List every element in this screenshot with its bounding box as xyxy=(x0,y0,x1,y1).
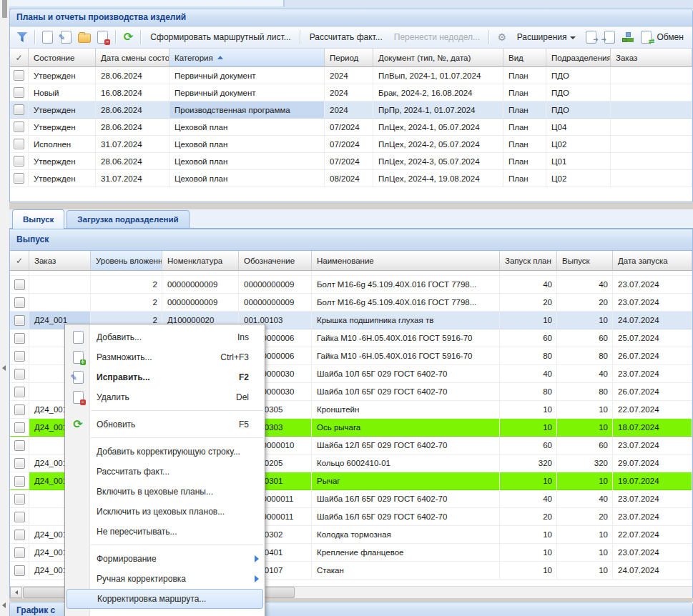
column-header[interactable]: Наименование xyxy=(312,251,500,271)
grid-cell[interactable]: г р xyxy=(312,271,500,276)
grid-cell[interactable]: 10 xyxy=(557,419,613,437)
grid-cell[interactable]: 60 xyxy=(500,329,557,347)
row-checkbox[interactable] xyxy=(14,279,25,290)
extensions-button[interactable]: Расширения xyxy=(511,29,582,45)
grid-cell[interactable]: 60 xyxy=(557,437,613,454)
grid-cell[interactable]: ПлЦех, 2024-1, 05.07.2024 xyxy=(373,119,503,136)
grid-cell[interactable]: Крышка подшипника глухая тв xyxy=(312,312,500,329)
column-header[interactable]: Дата смены состояния xyxy=(96,49,169,67)
grid-cell[interactable]: Кольцо 6002410-01 xyxy=(312,454,500,472)
grid-cell[interactable] xyxy=(91,271,162,276)
menu-item[interactable]: Ручная корректировка xyxy=(65,569,265,589)
menu-item[interactable]: Исправить...F2 xyxy=(65,367,265,387)
grid-cell[interactable]: 23.07.2024 xyxy=(613,508,692,526)
format-route-list-button[interactable]: Сформировать маршрутный лист... xyxy=(144,29,296,45)
grid-cell[interactable]: 80 xyxy=(557,383,613,401)
grid-cell[interactable]: ПлВып, 2024-1, 01.07.2024 xyxy=(373,67,503,84)
grid-cell[interactable]: 10 xyxy=(557,401,613,419)
table-row[interactable]: Утвержден28.06.2024Производственная прог… xyxy=(10,101,692,119)
grid-cell[interactable]: Новый xyxy=(29,84,96,101)
grid-cell[interactable]: 19.07.2024 xyxy=(613,472,692,490)
table-row[interactable]: 20000000000900000000009Болт М16-6g 45.10… xyxy=(10,294,692,312)
grid-cell[interactable]: 23.07.2024 xyxy=(613,437,692,454)
grid-cell[interactable] xyxy=(611,67,692,84)
menu-item[interactable]: Включить в цеховые планы... xyxy=(65,482,265,502)
menu-item[interactable]: Рассчитать факт... xyxy=(65,462,265,482)
grid-cell[interactable]: 20 xyxy=(557,294,613,312)
menu-item[interactable]: Исключить из цеховых планов... xyxy=(65,502,265,522)
grid-cell[interactable]: 23.07.2024 xyxy=(613,490,692,508)
grid-cell[interactable] xyxy=(611,101,692,119)
grid-cell[interactable]: Ц02 xyxy=(546,136,611,153)
table-row[interactable]: Д24_2Д1г р xyxy=(10,271,692,276)
row-checkbox[interactable] xyxy=(14,547,25,558)
grid-cell[interactable]: Исполнен xyxy=(29,136,96,153)
menu-item[interactable]: Добавить корректирующую строку... xyxy=(65,442,265,462)
collapse-left-icon[interactable] xyxy=(2,602,6,608)
table-row[interactable]: Утвержден31.07.2024Цеховой план08/2024Пл… xyxy=(10,170,692,187)
row-checkbox[interactable] xyxy=(14,156,24,167)
grid-cell[interactable]: План xyxy=(503,119,546,136)
select-all-header[interactable]: ✓ xyxy=(10,49,29,67)
row-checkbox[interactable] xyxy=(14,422,25,433)
grid-cell[interactable]: 10 xyxy=(500,312,557,329)
menu-item[interactable]: ⟳ОбновитьF5 xyxy=(65,414,265,434)
column-header[interactable]: Запуск план xyxy=(500,251,557,271)
grid-cell[interactable]: 07/2024 xyxy=(325,119,373,136)
grid-cell[interactable]: Болт М16-6g 45.109.40Х.016 ГОСТ 7798... xyxy=(312,276,500,294)
grid-cell[interactable]: 40 xyxy=(500,490,557,508)
grid-cell[interactable] xyxy=(611,170,692,187)
calc-fact-button[interactable]: Рассчитать факт... xyxy=(304,29,388,45)
row-checkbox[interactable] xyxy=(14,476,25,487)
grid-cell[interactable]: Ц02 xyxy=(546,170,611,187)
column-header[interactable]: Дата запуска xyxy=(613,251,692,271)
select-all-header[interactable]: ✓ xyxy=(10,251,29,271)
grid-cell[interactable]: Утвержден xyxy=(29,67,96,84)
grid-cell[interactable]: ПлЦех, 2024-2, 05.07.2024 xyxy=(373,136,503,153)
grid-cell[interactable]: 23.07.2024 xyxy=(613,294,692,312)
grid-cell[interactable]: Кронштейн xyxy=(312,401,500,419)
grid-cell[interactable]: Стакан xyxy=(312,562,500,580)
column-header[interactable]: Обозначение xyxy=(239,251,312,271)
grid-cell[interactable]: ПлЦех, 2024-3, 05.07.2024 xyxy=(373,153,503,170)
menu-item[interactable]: УдалитьDel xyxy=(65,387,265,407)
grid-cell[interactable]: 00000000009 xyxy=(162,294,239,312)
column-header[interactable]: Заказ xyxy=(29,251,91,271)
tab-zagruzka-podrazdelenij[interactable]: Загрузка подразделений xyxy=(67,210,189,228)
grid-cell[interactable]: Шайба 12Л 65Г 029 ГОСТ 6402-70 xyxy=(312,437,500,454)
edit-button[interactable] xyxy=(57,29,74,45)
table-row[interactable]: Утвержден28.06.2024Цеховой план07/2024Пл… xyxy=(10,119,692,136)
grid-cell[interactable]: ПДО xyxy=(546,84,611,101)
grid-cell[interactable] xyxy=(613,271,692,276)
grid-cell[interactable]: Шайба 10Л 65Г 029 ГОСТ 6402-70 xyxy=(312,383,500,401)
grid-cell[interactable]: Шайба 16Л 65Г 029 ГОСТ 6402-70 xyxy=(312,508,500,526)
grid-cell[interactable]: 26.07.2024 xyxy=(613,383,692,401)
grid-cell[interactable]: 28.06.2024 xyxy=(96,101,169,119)
grid-cell[interactable]: 08/2024 xyxy=(325,170,373,187)
grid-cell[interactable]: План xyxy=(503,67,546,84)
row-checkbox[interactable] xyxy=(14,333,25,344)
grid-cell[interactable]: 10 xyxy=(557,544,613,562)
grid-cell[interactable]: Утвержден xyxy=(29,170,96,187)
grid-cell[interactable]: Утвержден xyxy=(29,153,96,170)
grid-cell[interactable]: Рычаг xyxy=(312,472,500,490)
grid-cell[interactable]: 07/2024 xyxy=(325,136,373,153)
grid-cell[interactable]: ПДО xyxy=(546,67,611,84)
grid-cell[interactable]: 10 xyxy=(557,472,613,490)
menu-item[interactable]: Корректировка маршрута... xyxy=(67,589,263,609)
grid-cell[interactable] xyxy=(611,153,692,170)
grid-cell[interactable]: 16.08.2024 xyxy=(96,84,169,101)
table-row[interactable]: 20000000000900000000009Болт М16-6g 45.10… xyxy=(10,276,692,294)
grid-cell[interactable]: 10 xyxy=(557,562,613,580)
grid-cell[interactable]: 18.07.2024 xyxy=(613,419,692,437)
column-header[interactable]: Состояние xyxy=(29,49,96,67)
grid-cell[interactable]: 80 xyxy=(557,347,613,365)
grid-cell[interactable] xyxy=(239,271,312,276)
grid-cell[interactable]: 10 xyxy=(557,312,613,329)
row-checkbox[interactable] xyxy=(14,351,25,362)
refresh-button[interactable]: ⟳ xyxy=(120,29,137,45)
row-checkbox[interactable] xyxy=(14,494,25,505)
grid-cell[interactable]: Болт М16-6g 45.109.40Х.016 ГОСТ 7798... xyxy=(312,294,500,312)
grid-cell[interactable]: 10 xyxy=(557,526,613,544)
grid-cell[interactable]: 22.07.2024 xyxy=(613,401,692,419)
